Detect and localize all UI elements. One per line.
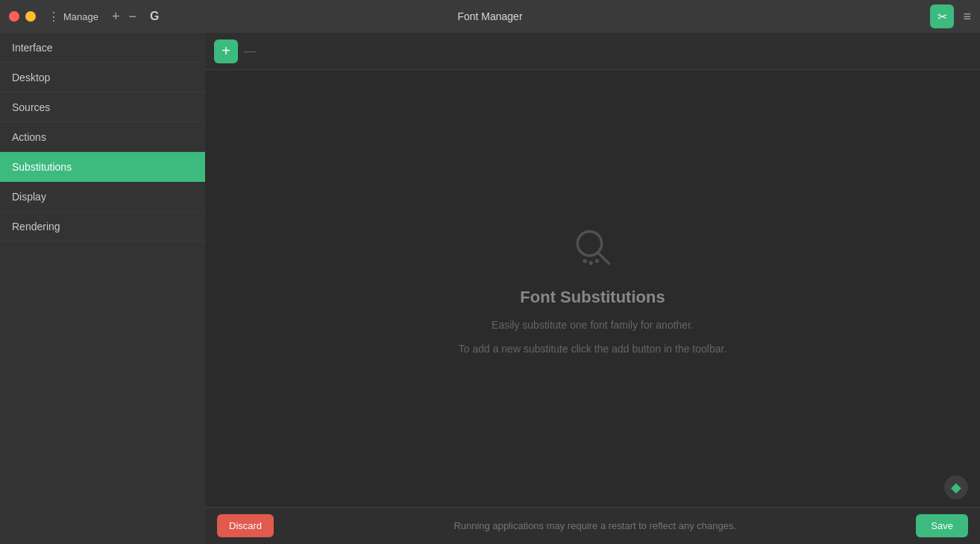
sidebar-item-desktop[interactable]: Desktop xyxy=(0,63,205,92)
traffic-light-red[interactable] xyxy=(9,11,19,22)
help-icon: ◆ xyxy=(951,479,961,496)
traffic-lights xyxy=(9,11,36,22)
main-layout: Interface Desktop Sources Actions Substi… xyxy=(0,33,980,544)
sidebar-item-substitutions[interactable]: Substitutions xyxy=(0,152,205,182)
svg-line-1 xyxy=(598,253,609,263)
save-button[interactable]: Save xyxy=(916,514,968,537)
sidebar-item-sources-label: Sources xyxy=(12,101,50,113)
titlebar-add-button[interactable]: + xyxy=(107,9,125,25)
titlebar-g-button[interactable]: G xyxy=(150,10,159,23)
empty-state-title: Font Substitutions xyxy=(520,288,665,307)
manage-label: Manage xyxy=(63,11,98,22)
toolbar-separator: — xyxy=(244,45,256,58)
manage-button[interactable]: ⋮ Manage xyxy=(48,10,98,24)
sidebar-item-substitutions-label: Substitutions xyxy=(12,161,72,173)
empty-state: Font Substitutions Easily substitute one… xyxy=(205,70,980,507)
content-area: + — Font Substitutions Easily substitute… xyxy=(205,33,980,544)
hamburger-menu-icon[interactable]: ≡ xyxy=(963,9,971,25)
sidebar-item-interface-label: Interface xyxy=(12,42,52,54)
traffic-light-yellow[interactable] xyxy=(25,11,36,22)
sidebar-item-display[interactable]: Display xyxy=(0,182,205,212)
sidebar-item-desktop-label: Desktop xyxy=(12,72,50,83)
empty-state-hint: To add a new substitute click the add bu… xyxy=(459,343,727,355)
titlebar: ⋮ Manage + − G Font Manager ✂ ≡ xyxy=(0,0,980,33)
sidebar-item-rendering[interactable]: Rendering xyxy=(0,212,205,241)
sidebar-item-display-label: Display xyxy=(12,191,46,203)
status-text: Running applications may require a resta… xyxy=(274,520,916,531)
svg-point-4 xyxy=(594,259,598,263)
sidebar-item-interface[interactable]: Interface xyxy=(0,33,205,63)
bottom-bar: Discard Running applications may require… xyxy=(205,507,980,544)
content-toolbar: + — xyxy=(205,33,980,70)
empty-state-description: Easily substitute one font family for an… xyxy=(491,319,694,331)
titlebar-right: ✂ ≡ xyxy=(930,4,971,28)
sidebar-item-rendering-label: Rendering xyxy=(12,221,60,233)
manage-dots-icon: ⋮ xyxy=(48,10,59,24)
window-title: Font Manager xyxy=(457,10,522,22)
discard-button[interactable]: Discard xyxy=(217,514,274,537)
sidebar-item-sources[interactable]: Sources xyxy=(0,92,205,122)
svg-point-3 xyxy=(588,261,592,265)
sidebar: Interface Desktop Sources Actions Substi… xyxy=(0,33,205,544)
svg-point-2 xyxy=(582,259,586,263)
sidebar-item-actions-label: Actions xyxy=(12,131,46,143)
search-empty-icon xyxy=(566,222,620,276)
titlebar-minus-button[interactable]: − xyxy=(125,9,142,25)
sidebar-item-actions[interactable]: Actions xyxy=(0,122,205,152)
help-button[interactable]: ◆ xyxy=(944,475,968,499)
scissors-icon[interactable]: ✂ xyxy=(930,4,954,28)
add-substitution-button[interactable]: + xyxy=(214,39,238,63)
